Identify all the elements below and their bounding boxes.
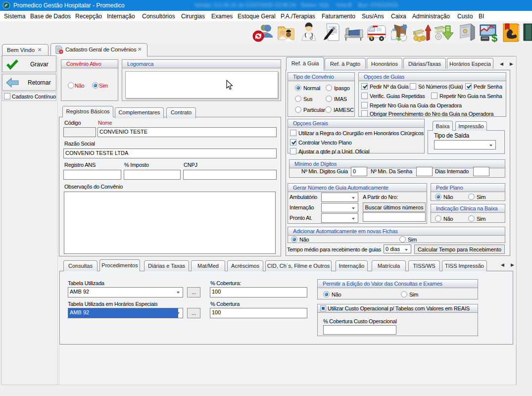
svg-text:$: $ — [491, 32, 497, 43]
